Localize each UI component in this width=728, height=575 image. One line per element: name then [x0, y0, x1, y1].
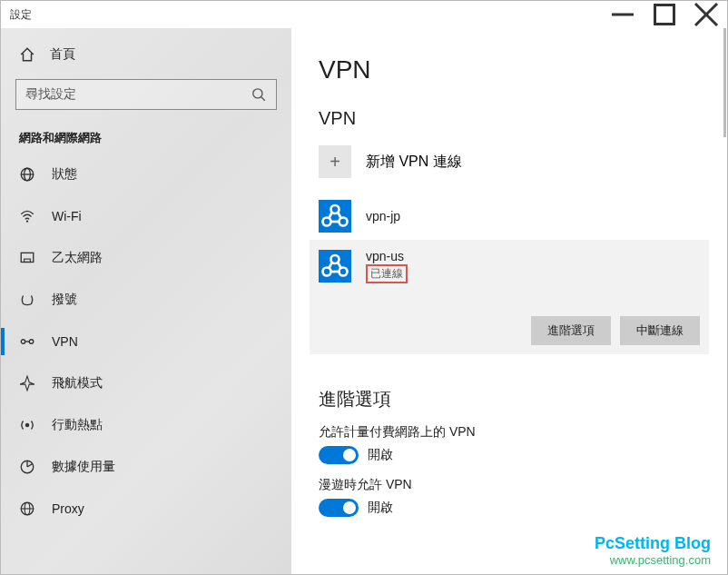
sidebar-item-label: 行動熱點	[52, 417, 103, 433]
advanced-options-button[interactable]: 進階選項	[531, 316, 611, 345]
proxy-icon	[19, 501, 35, 517]
svg-point-4	[253, 89, 262, 98]
vpn-connection-icon	[319, 200, 351, 233]
disconnect-button[interactable]: 中斷連線	[620, 316, 700, 345]
home-label: 首頁	[50, 46, 75, 63]
vpn-actions: 進階選項 中斷連線	[319, 316, 700, 345]
sidebar-item-label: 飛航模式	[52, 375, 103, 392]
search-input[interactable]: 尋找設定	[15, 79, 277, 110]
roaming-vpn-label: 漫遊時允許 VPN	[319, 477, 727, 493]
svg-line-29	[329, 263, 332, 269]
watermark-url: www.pcsetting.com	[595, 553, 711, 567]
sidebar-item-label: Wi-Fi	[52, 209, 82, 223]
vpn-connection-item-selected[interactable]: vpn-us 已連線 進階選項 中斷連線	[310, 240, 709, 354]
svg-line-5	[261, 97, 265, 101]
plus-icon: +	[319, 145, 351, 178]
sidebar-item-wifi[interactable]: Wi-Fi	[1, 195, 291, 237]
svg-point-28	[339, 268, 348, 276]
svg-rect-11	[25, 259, 31, 262]
datausage-icon	[19, 459, 35, 475]
svg-line-30	[338, 263, 341, 269]
window-title: 設定	[10, 7, 32, 23]
wifi-icon	[19, 208, 35, 224]
dialup-icon	[19, 292, 35, 308]
sidebar-item-dialup[interactable]: 撥號	[1, 279, 291, 321]
watermark: PcSetting Blog www.pcsetting.com	[595, 534, 711, 567]
sidebar-item-label: Proxy	[52, 501, 84, 516]
sidebar-item-hotspot[interactable]: 行動熱點	[1, 404, 291, 446]
metered-vpn-toggle[interactable]	[319, 446, 359, 464]
vpn-name: vpn-us	[366, 249, 408, 263]
sidebar: 首頁 尋找設定 網路和網際網路 狀態 Wi-Fi 乙太網路 撥號 VPN	[1, 28, 291, 574]
sidebar-item-ethernet[interactable]: 乙太網路	[1, 237, 291, 279]
home-icon	[19, 46, 35, 63]
vpn-connection-item[interactable]: vpn-jp	[319, 193, 727, 240]
home-button[interactable]: 首頁	[1, 37, 291, 79]
vpn-name: vpn-jp	[366, 209, 400, 223]
close-button[interactable]	[685, 1, 727, 28]
svg-line-23	[329, 213, 332, 219]
sidebar-item-label: 數據使用量	[52, 459, 115, 475]
sidebar-item-label: 乙太網路	[52, 250, 103, 266]
watermark-title: PcSetting Blog	[595, 534, 711, 553]
ethernet-icon	[19, 250, 35, 266]
status-icon	[19, 166, 35, 183]
sidebar-item-proxy[interactable]: Proxy	[1, 488, 291, 530]
svg-point-27	[323, 268, 331, 276]
vpn-icon	[19, 333, 35, 350]
sidebar-item-status[interactable]: 狀態	[1, 154, 291, 195]
section-title: 網路和網際網路	[1, 124, 291, 154]
main-content: VPN VPN + 新增 VPN 連線 vpn-jp vpn-us 已連線 進階…	[291, 28, 727, 574]
svg-rect-1	[655, 5, 674, 25]
svg-point-22	[339, 218, 348, 226]
svg-point-15	[25, 423, 30, 428]
window-controls	[602, 1, 727, 28]
sidebar-item-label: VPN	[52, 334, 78, 349]
roaming-vpn-toggle[interactable]	[319, 499, 359, 517]
maximize-button[interactable]	[644, 1, 685, 28]
minimize-button[interactable]	[602, 1, 644, 28]
page-title: VPN	[319, 55, 727, 84]
svg-rect-10	[21, 253, 34, 262]
svg-point-13	[29, 340, 34, 344]
svg-line-24	[338, 213, 341, 219]
search-placeholder: 尋找設定	[25, 86, 76, 103]
sidebar-item-vpn[interactable]: VPN	[1, 321, 291, 362]
vpn-status-badge: 已連線	[366, 264, 408, 283]
svg-point-12	[21, 340, 25, 344]
sidebar-item-airplane[interactable]: 飛航模式	[1, 362, 291, 404]
svg-point-9	[26, 221, 28, 223]
search-icon	[251, 86, 267, 103]
toggle-state-label: 開啟	[368, 500, 393, 516]
vpn-connection-icon	[319, 250, 351, 283]
metered-vpn-label: 允許計量付費網路上的 VPN	[319, 424, 727, 441]
vpn-section-heading: VPN	[319, 108, 727, 129]
add-vpn-button[interactable]: + 新增 VPN 連線	[319, 140, 727, 183]
add-vpn-label: 新增 VPN 連線	[366, 153, 462, 172]
sidebar-item-label: 狀態	[52, 166, 77, 183]
svg-point-21	[323, 218, 331, 226]
hotspot-icon	[19, 417, 35, 433]
sidebar-item-datausage[interactable]: 數據使用量	[1, 446, 291, 488]
toggle-state-label: 開啟	[368, 447, 393, 463]
airplane-icon	[19, 375, 35, 392]
advanced-heading: 進階選項	[319, 387, 727, 411]
sidebar-item-label: 撥號	[52, 292, 77, 308]
